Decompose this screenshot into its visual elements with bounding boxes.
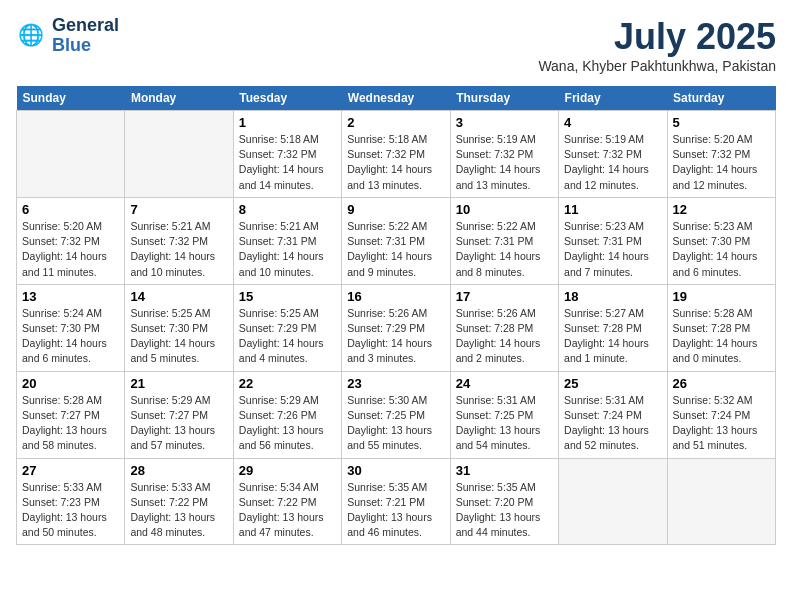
calendar-cell: 2Sunrise: 5:18 AMSunset: 7:32 PMDaylight… [342,111,450,198]
calendar-cell: 18Sunrise: 5:27 AMSunset: 7:28 PMDayligh… [559,284,667,371]
calendar-cell: 10Sunrise: 5:22 AMSunset: 7:31 PMDayligh… [450,197,558,284]
day-number: 9 [347,202,444,217]
day-info: Sunrise: 5:22 AMSunset: 7:31 PMDaylight:… [347,219,444,280]
day-info: Sunrise: 5:29 AMSunset: 7:26 PMDaylight:… [239,393,336,454]
day-number: 23 [347,376,444,391]
day-info: Sunrise: 5:31 AMSunset: 7:24 PMDaylight:… [564,393,661,454]
day-number: 22 [239,376,336,391]
calendar-cell: 11Sunrise: 5:23 AMSunset: 7:31 PMDayligh… [559,197,667,284]
weekday-header: Saturday [667,86,775,111]
day-number: 16 [347,289,444,304]
weekday-header: Friday [559,86,667,111]
logo-icon: 🌐 [16,20,48,52]
day-number: 10 [456,202,553,217]
month-year: July 2025 [538,16,776,58]
calendar-cell: 15Sunrise: 5:25 AMSunset: 7:29 PMDayligh… [233,284,341,371]
day-info: Sunrise: 5:26 AMSunset: 7:28 PMDaylight:… [456,306,553,367]
day-number: 26 [673,376,770,391]
calendar-cell: 25Sunrise: 5:31 AMSunset: 7:24 PMDayligh… [559,371,667,458]
calendar-cell: 26Sunrise: 5:32 AMSunset: 7:24 PMDayligh… [667,371,775,458]
day-info: Sunrise: 5:31 AMSunset: 7:25 PMDaylight:… [456,393,553,454]
day-info: Sunrise: 5:18 AMSunset: 7:32 PMDaylight:… [347,132,444,193]
calendar-cell: 5Sunrise: 5:20 AMSunset: 7:32 PMDaylight… [667,111,775,198]
calendar-cell: 7Sunrise: 5:21 AMSunset: 7:32 PMDaylight… [125,197,233,284]
weekday-header-row: SundayMondayTuesdayWednesdayThursdayFrid… [17,86,776,111]
day-number: 29 [239,463,336,478]
weekday-header: Sunday [17,86,125,111]
calendar-week-row: 20Sunrise: 5:28 AMSunset: 7:27 PMDayligh… [17,371,776,458]
calendar-cell: 23Sunrise: 5:30 AMSunset: 7:25 PMDayligh… [342,371,450,458]
day-info: Sunrise: 5:29 AMSunset: 7:27 PMDaylight:… [130,393,227,454]
day-number: 15 [239,289,336,304]
calendar-cell: 3Sunrise: 5:19 AMSunset: 7:32 PMDaylight… [450,111,558,198]
calendar-cell: 22Sunrise: 5:29 AMSunset: 7:26 PMDayligh… [233,371,341,458]
day-info: Sunrise: 5:24 AMSunset: 7:30 PMDaylight:… [22,306,119,367]
calendar-cell: 20Sunrise: 5:28 AMSunset: 7:27 PMDayligh… [17,371,125,458]
location: Wana, Khyber Pakhtunkhwa, Pakistan [538,58,776,74]
calendar-cell: 1Sunrise: 5:18 AMSunset: 7:32 PMDaylight… [233,111,341,198]
day-number: 19 [673,289,770,304]
day-number: 12 [673,202,770,217]
calendar-cell: 24Sunrise: 5:31 AMSunset: 7:25 PMDayligh… [450,371,558,458]
day-number: 1 [239,115,336,130]
day-number: 4 [564,115,661,130]
day-info: Sunrise: 5:30 AMSunset: 7:25 PMDaylight:… [347,393,444,454]
calendar-cell: 21Sunrise: 5:29 AMSunset: 7:27 PMDayligh… [125,371,233,458]
logo-text: General Blue [52,16,119,56]
day-info: Sunrise: 5:21 AMSunset: 7:32 PMDaylight:… [130,219,227,280]
calendar-week-row: 6Sunrise: 5:20 AMSunset: 7:32 PMDaylight… [17,197,776,284]
calendar-cell [17,111,125,198]
day-info: Sunrise: 5:25 AMSunset: 7:29 PMDaylight:… [239,306,336,367]
calendar-cell: 17Sunrise: 5:26 AMSunset: 7:28 PMDayligh… [450,284,558,371]
day-info: Sunrise: 5:22 AMSunset: 7:31 PMDaylight:… [456,219,553,280]
page-header: 🌐 General Blue July 2025 Wana, Khyber Pa… [16,16,776,74]
day-info: Sunrise: 5:23 AMSunset: 7:30 PMDaylight:… [673,219,770,280]
day-info: Sunrise: 5:20 AMSunset: 7:32 PMDaylight:… [22,219,119,280]
calendar-cell: 8Sunrise: 5:21 AMSunset: 7:31 PMDaylight… [233,197,341,284]
calendar-cell: 29Sunrise: 5:34 AMSunset: 7:22 PMDayligh… [233,458,341,545]
calendar-cell: 28Sunrise: 5:33 AMSunset: 7:22 PMDayligh… [125,458,233,545]
calendar-cell: 6Sunrise: 5:20 AMSunset: 7:32 PMDaylight… [17,197,125,284]
calendar-cell: 30Sunrise: 5:35 AMSunset: 7:21 PMDayligh… [342,458,450,545]
day-info: Sunrise: 5:28 AMSunset: 7:27 PMDaylight:… [22,393,119,454]
calendar-cell: 19Sunrise: 5:28 AMSunset: 7:28 PMDayligh… [667,284,775,371]
calendar-cell: 12Sunrise: 5:23 AMSunset: 7:30 PMDayligh… [667,197,775,284]
calendar-week-row: 13Sunrise: 5:24 AMSunset: 7:30 PMDayligh… [17,284,776,371]
day-number: 6 [22,202,119,217]
day-number: 5 [673,115,770,130]
day-number: 14 [130,289,227,304]
weekday-header: Wednesday [342,86,450,111]
day-number: 20 [22,376,119,391]
day-info: Sunrise: 5:26 AMSunset: 7:29 PMDaylight:… [347,306,444,367]
weekday-header: Tuesday [233,86,341,111]
day-number: 27 [22,463,119,478]
calendar-cell: 4Sunrise: 5:19 AMSunset: 7:32 PMDaylight… [559,111,667,198]
day-info: Sunrise: 5:28 AMSunset: 7:28 PMDaylight:… [673,306,770,367]
title-block: July 2025 Wana, Khyber Pakhtunkhwa, Paki… [538,16,776,74]
day-info: Sunrise: 5:23 AMSunset: 7:31 PMDaylight:… [564,219,661,280]
day-number: 7 [130,202,227,217]
calendar-week-row: 27Sunrise: 5:33 AMSunset: 7:23 PMDayligh… [17,458,776,545]
day-info: Sunrise: 5:34 AMSunset: 7:22 PMDaylight:… [239,480,336,541]
day-number: 24 [456,376,553,391]
weekday-header: Monday [125,86,233,111]
day-number: 31 [456,463,553,478]
logo: 🌐 General Blue [16,16,119,56]
day-info: Sunrise: 5:27 AMSunset: 7:28 PMDaylight:… [564,306,661,367]
day-info: Sunrise: 5:25 AMSunset: 7:30 PMDaylight:… [130,306,227,367]
calendar-cell [667,458,775,545]
day-number: 28 [130,463,227,478]
day-number: 3 [456,115,553,130]
day-number: 18 [564,289,661,304]
day-number: 17 [456,289,553,304]
weekday-header: Thursday [450,86,558,111]
day-info: Sunrise: 5:18 AMSunset: 7:32 PMDaylight:… [239,132,336,193]
day-number: 21 [130,376,227,391]
svg-text:🌐: 🌐 [18,22,44,48]
day-number: 8 [239,202,336,217]
calendar-cell: 31Sunrise: 5:35 AMSunset: 7:20 PMDayligh… [450,458,558,545]
day-info: Sunrise: 5:19 AMSunset: 7:32 PMDaylight:… [456,132,553,193]
day-number: 30 [347,463,444,478]
calendar-table: SundayMondayTuesdayWednesdayThursdayFrid… [16,86,776,545]
day-info: Sunrise: 5:32 AMSunset: 7:24 PMDaylight:… [673,393,770,454]
